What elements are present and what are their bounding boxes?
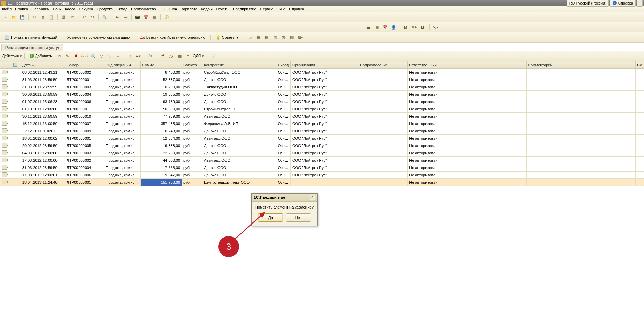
col-sum[interactable]: Сумма [141, 61, 182, 69]
table-row[interactable]: 17.08.2012 12:00:01ЛТР00000006Продажа, к… [0, 172, 644, 179]
col-org[interactable]: Организация [290, 61, 358, 69]
menu-нма[interactable]: НМА [169, 7, 177, 11]
wrench-icon[interactable]: 🛠▾ [432, 24, 439, 31]
print-icon[interactable]: 🖶 [60, 14, 67, 21]
new-icon[interactable]: ▫ [2, 14, 9, 21]
col-dept[interactable]: Подразделение [358, 61, 408, 69]
list-icon[interactable]: ☰ [365, 24, 372, 31]
menu-зарплата[interactable]: Зарплата [181, 7, 198, 11]
table-row[interactable]: 01.10.2011 12:00:00ЛТР00000011Продажа, к… [0, 105, 644, 113]
col-num[interactable]: Номер [65, 61, 104, 69]
dk2-icon[interactable]: Дк [168, 52, 175, 59]
tips-button[interactable]: 💡Советы ▾ [213, 34, 241, 41]
no-button[interactable]: Нет [286, 213, 311, 222]
table-row[interactable]: 04.03.2012 12:00:00ЛТР00000003Продажа, к… [0, 149, 644, 157]
calendar-icon[interactable]: 📅 [142, 14, 149, 21]
table-row[interactable]: 31.03.2011 23:59:59ЛТР00000003Продажа, к… [0, 83, 644, 91]
t3-icon-5[interactable]: ▧ [280, 34, 287, 41]
open-icon[interactable]: 📂 [10, 14, 17, 21]
move-icon[interactable]: ⇄ [160, 52, 166, 59]
grid-icon[interactable]: ▦ [373, 24, 380, 31]
col-resp[interactable]: Ответственный [408, 61, 527, 69]
menu-ос[interactable]: ОС [160, 7, 165, 11]
table-row[interactable]: 30.06.2011 23:59:59ЛТР00000004Продажа, к… [0, 91, 644, 98]
table-row[interactable]: 29.02.2012 23:59:59ЛТР00000005Продажа, к… [0, 142, 644, 149]
yes-button[interactable]: Да [258, 213, 283, 222]
edo-menu[interactable]: ЭДО ▾ [193, 54, 205, 58]
menu-операции[interactable]: Операции [31, 7, 49, 11]
menu-правка[interactable]: Правка [15, 7, 28, 11]
nav-fwd-icon[interactable]: ➡ [122, 14, 129, 21]
enter-oper-button[interactable]: ДкВвести хозяйственную операцию [138, 34, 208, 41]
col-wh[interactable]: Склад [276, 61, 290, 69]
mem-m[interactable]: M [402, 24, 408, 31]
user-icon[interactable]: 👤 [390, 24, 397, 31]
save-icon[interactable]: 💾 [19, 14, 26, 21]
nav-back-icon[interactable]: ⬅ [113, 14, 120, 21]
filter2-icon[interactable]: ▽ [106, 52, 113, 59]
menu-файл[interactable]: Файл [2, 7, 12, 11]
table-row[interactable]: 31.03.2012 23:59:59ЛТР00000004Продажа, к… [0, 164, 644, 172]
cal2-icon[interactable]: 📅 [382, 24, 389, 31]
windows-icon[interactable]: ▦ [151, 14, 158, 21]
col-optype[interactable]: Вид операции [104, 61, 141, 69]
col-curr[interactable]: Валюта [182, 61, 202, 69]
col-icon[interactable] [0, 61, 12, 69]
toggle-icon[interactable]: (↔) [81, 52, 88, 59]
table-row[interactable]: 18.04.2013 11:24:40ЛТР00000001Продажа, к… [0, 179, 644, 186]
post-icon[interactable]: ▸▾ [135, 52, 142, 59]
table-row[interactable]: 08.02.2011 12:43:21ЛТР00000002Продажа, к… [0, 69, 644, 76]
mem-mplus[interactable]: M+ [410, 24, 418, 31]
mem-mminus[interactable]: M- [420, 24, 427, 31]
menu-покупка[interactable]: Покупка [79, 7, 94, 11]
delete-row-icon[interactable]: ✖ [73, 52, 80, 59]
help2-icon[interactable]: ❔ [210, 52, 217, 59]
edit-row-icon[interactable]: ✎ [64, 52, 71, 59]
table-row[interactable]: 31.03.2011 23:59:59ЛТР00000001Продажа, к… [0, 76, 644, 83]
menu-справка[interactable]: Справка [289, 7, 304, 11]
filter1-icon[interactable]: ▽ [98, 52, 105, 59]
filter3-icon[interactable]: ▽ [114, 52, 121, 59]
help-button[interactable]: ?Справка [610, 0, 636, 7]
menu-предприятие[interactable]: Предприятие [233, 7, 257, 11]
t3-icon-6[interactable]: ▨ [288, 34, 295, 41]
menu-склад[interactable]: Склад [116, 7, 127, 11]
menu-отчеты[interactable]: Отчеты [216, 7, 229, 11]
find2-icon[interactable]: 🔍 [89, 52, 96, 59]
grid-scroll[interactable]: Дата Номер Вид операции Сумма Валюта Кон… [0, 61, 644, 316]
col-date[interactable]: Дата [21, 61, 65, 69]
menu-окна[interactable]: Окна [276, 7, 286, 11]
col-flag[interactable] [12, 61, 21, 69]
copy-row-icon[interactable]: ⧉ [56, 52, 63, 59]
close-icon[interactable]: × [310, 195, 315, 200]
table-row[interactable]: 30.11.2011 23:59:59ЛТР00000010Продажа, к… [0, 113, 644, 120]
info-icon[interactable]: ⓘ [163, 14, 170, 21]
menu-кадры[interactable]: Кадры [201, 7, 213, 11]
undo-icon[interactable]: ↶ [81, 14, 88, 21]
lines-icon[interactable]: ≡ [185, 52, 192, 59]
menu-банк[interactable]: Банк [53, 7, 61, 11]
menu-сервис[interactable]: Сервис [260, 7, 273, 11]
document-tab[interactable]: Реализации товаров и услуг [1, 44, 63, 51]
menu-производство[interactable]: Производство [131, 7, 156, 11]
refresh-icon[interactable]: ↻ [147, 52, 154, 59]
add-button[interactable]: +Добавить [27, 52, 54, 60]
sort-icon[interactable]: ↕ [127, 52, 134, 59]
t3-icon-3[interactable]: ▤ [263, 34, 270, 41]
copy-icon[interactable]: ⧉ [39, 14, 46, 21]
table-row[interactable]: 22.12.2011 0:00:01ЛТР00000009Продажа, ко… [0, 127, 644, 135]
find-icon[interactable]: 🔍 [101, 14, 108, 21]
col-comment[interactable]: Комментарий [527, 61, 636, 69]
calc-icon[interactable]: 📟 [134, 14, 141, 21]
cut-icon[interactable]: ✂ [31, 14, 38, 21]
language-selector[interactable]: RU Русский (Россия) [567, 0, 609, 7]
col-contr[interactable]: Контрагент [202, 61, 276, 69]
toolbar-toggle[interactable] [637, 0, 643, 7]
redo-icon[interactable]: ↷ [89, 14, 96, 21]
preview-icon[interactable]: 👁 [68, 14, 75, 21]
t3-icon-1[interactable]: ▭ [246, 34, 253, 41]
show-func-panel-button[interactable]: Показать панель функций [2, 34, 60, 41]
set-main-org-button[interactable]: Установить основную организацию [65, 34, 133, 41]
t3-icon-2[interactable]: ▦ [255, 34, 262, 41]
menu-касса[interactable]: Касса [65, 7, 75, 11]
